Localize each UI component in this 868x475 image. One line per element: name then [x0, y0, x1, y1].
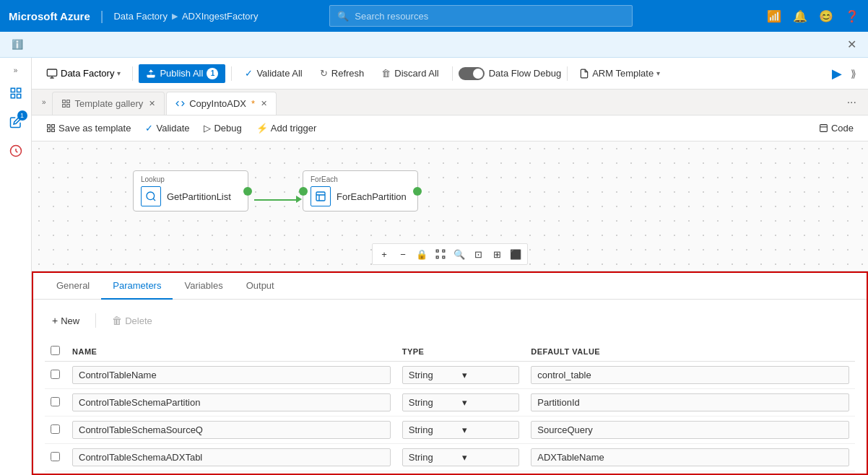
svg-rect-9	[66, 105, 69, 108]
checkmark-icon: ✓	[245, 68, 253, 79]
toolbar-sep-1	[132, 66, 133, 81]
publish-all-button[interactable]: Publish All 1	[139, 64, 225, 83]
validate-all-label: Validate All	[256, 68, 302, 79]
row-checkbox[interactable]	[51, 424, 60, 434]
help-icon[interactable]: ❓	[845, 9, 859, 23]
type-select[interactable]: String ▾	[402, 448, 520, 466]
svg-rect-18	[443, 250, 445, 252]
refresh-button[interactable]: ↻ Refresh	[313, 64, 372, 82]
new-param-button[interactable]: + New	[45, 311, 87, 330]
add-trigger-label: Add trigger	[271, 123, 317, 134]
account-icon[interactable]: 😊	[819, 9, 833, 23]
tab-template-gallery[interactable]: Template gallery ✕	[52, 92, 165, 115]
collapse-button[interactable]: ⟫	[848, 65, 859, 82]
param-default-input[interactable]	[531, 366, 849, 384]
delete-param-button[interactable]: 🗑 Delete	[105, 311, 160, 330]
data-flow-debug-toggle[interactable]: Data Flow Debug	[459, 67, 561, 80]
arm-template-dropdown[interactable]: ARM Template ▾	[573, 64, 666, 82]
refresh-label: Refresh	[331, 68, 365, 79]
breadcrumb-resource: ADXIngestFactory	[182, 11, 259, 22]
svg-rect-8	[62, 105, 65, 108]
validate-button[interactable]: ✓ Validate	[139, 120, 195, 136]
param-default-input[interactable]	[531, 393, 849, 411]
tab-modified-marker: *	[251, 98, 255, 109]
zoom-in-button[interactable]: +	[376, 245, 393, 263]
type-value: String	[409, 449, 459, 466]
sidebar-item-edit[interactable]: 1	[3, 109, 29, 135]
search-input[interactable]	[355, 11, 625, 22]
foreach-label: ForEach	[311, 175, 410, 183]
wifi-icon[interactable]: 📶	[767, 9, 781, 23]
panel-tabs: General Parameters Variables Output	[33, 273, 867, 300]
svg-rect-20	[443, 256, 445, 258]
search-canvas-button[interactable]: 🔍	[451, 245, 468, 263]
foreach-output-connector[interactable]	[413, 187, 422, 196]
tab-copy-adx-close[interactable]: ✕	[261, 99, 267, 108]
add-trigger-button[interactable]: ⚡ Add trigger	[251, 120, 323, 136]
data-factory-dropdown[interactable]: Data Factory ▾	[40, 65, 126, 82]
sidebar-item-home[interactable]	[3, 80, 29, 106]
params-table-body: String ▾ String ▾ String ▾	[45, 362, 855, 471]
param-name-input[interactable]	[72, 393, 391, 411]
tab-more-button[interactable]: ···	[841, 93, 862, 112]
canvas-controls: + − 🔒 🔍 ⊡ ⊞ ⬛	[372, 243, 528, 265]
lookup-output-connector[interactable]	[243, 187, 252, 196]
tab-variables-label: Variables	[184, 280, 222, 291]
param-name-input[interactable]	[72, 366, 391, 384]
nav-separator: |	[100, 9, 104, 24]
type-select[interactable]: String ▾	[402, 366, 520, 384]
debug-button[interactable]: ▷ Debug	[198, 120, 247, 136]
sidebar-expand-icon[interactable]: »	[11, 64, 21, 77]
save-as-template-button[interactable]: Save as template	[40, 120, 136, 136]
close-icon[interactable]: ✕	[847, 38, 856, 51]
fit-button[interactable]	[432, 245, 449, 263]
layout-button[interactable]: ⊞	[488, 245, 505, 263]
settings-button[interactable]: ⬛	[507, 245, 524, 263]
tab-template-gallery-close[interactable]: ✕	[149, 99, 155, 108]
param-name-input[interactable]	[72, 421, 391, 439]
param-name-input[interactable]	[72, 448, 391, 466]
code-button[interactable]: Code	[813, 120, 859, 136]
tab-output[interactable]: Output	[235, 273, 286, 300]
data-factory-label: Data Factory	[61, 68, 114, 79]
discard-all-button[interactable]: 🗑 Discard All	[374, 64, 446, 82]
type-select[interactable]: String ▾	[402, 393, 520, 411]
type-dropdown-arrow[interactable]: ▾	[462, 449, 513, 466]
foreach-input-connector[interactable]	[299, 187, 308, 196]
delete-icon: 🗑	[112, 315, 122, 326]
tab-variables[interactable]: Variables	[173, 273, 234, 300]
tab-copy-into-adx[interactable]: CopyIntoADX * ✕	[166, 92, 277, 115]
tab-general[interactable]: General	[45, 273, 101, 300]
validate-all-button[interactable]: ✓ Validate All	[238, 64, 309, 82]
sidebar-item-monitor[interactable]	[3, 138, 29, 164]
table-row: String ▾	[45, 389, 855, 417]
tab-parameters[interactable]: Parameters	[101, 273, 173, 300]
lock-button[interactable]: 🔒	[413, 245, 430, 263]
svg-rect-16	[316, 192, 325, 201]
select-all-checkbox[interactable]	[51, 346, 60, 355]
type-dropdown-arrow[interactable]: ▾	[462, 367, 513, 383]
type-value: String	[409, 367, 459, 383]
row-checkbox[interactable]	[51, 370, 60, 379]
run-button[interactable]: ▶	[829, 63, 845, 84]
bell-icon[interactable]: 🔔	[793, 9, 807, 23]
row-checkbox[interactable]	[51, 397, 60, 406]
lookup-body: GetPartitionList	[141, 186, 240, 206]
type-dropdown-arrow[interactable]: ▾	[462, 394, 513, 411]
zoom-out-button[interactable]: −	[394, 245, 412, 263]
type-dropdown-arrow[interactable]: ▾	[462, 422, 513, 438]
row-checkbox[interactable]	[51, 452, 60, 461]
discard-all-label: Discard All	[394, 68, 438, 79]
type-select[interactable]: String ▾	[402, 421, 520, 439]
debug-switch[interactable]	[459, 67, 485, 80]
type-value: String	[409, 422, 459, 438]
breadcrumb-factory[interactable]: Data Factory	[113, 11, 167, 22]
lookup-node[interactable]: Lookup GetPartitionList	[133, 170, 248, 212]
tab-expand-icon[interactable]: »	[38, 95, 51, 109]
foreach-node[interactable]: ForEach ForEachPartition	[303, 170, 418, 212]
tab-bar: » Template gallery ✕ CopyIntoADX * ✕ ···	[32, 90, 868, 116]
param-default-input[interactable]	[531, 421, 849, 439]
fit-view-button[interactable]: ⊡	[469, 245, 487, 263]
brand-label: Microsoft Azure	[9, 10, 90, 22]
param-default-input[interactable]	[531, 448, 849, 466]
